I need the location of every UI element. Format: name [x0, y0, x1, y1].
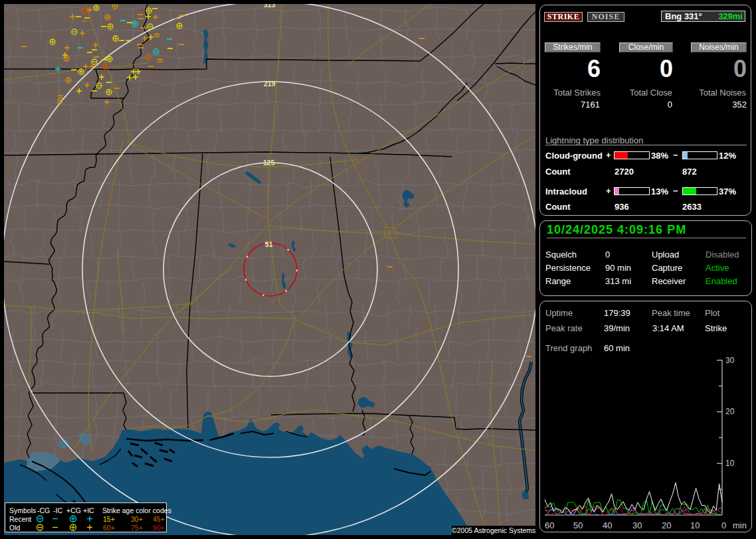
- svg-text:min: min: [733, 520, 747, 530]
- svg-text:0: 0: [721, 520, 726, 530]
- svg-text:313: 313: [264, 4, 276, 9]
- svg-text:219: 219: [264, 80, 276, 88]
- svg-text:10: 10: [725, 459, 735, 468]
- svg-text:40: 40: [603, 520, 612, 530]
- svg-text:20: 20: [725, 407, 735, 416]
- svg-text:125: 125: [263, 159, 275, 167]
- svg-text:50: 50: [573, 520, 583, 530]
- svg-text:20: 20: [662, 520, 671, 530]
- svg-text:30: 30: [632, 520, 642, 530]
- svg-text:60: 60: [545, 520, 554, 530]
- svg-text:10: 10: [690, 520, 700, 530]
- svg-text:31: 31: [265, 240, 273, 248]
- svg-text:30: 30: [725, 356, 735, 365]
